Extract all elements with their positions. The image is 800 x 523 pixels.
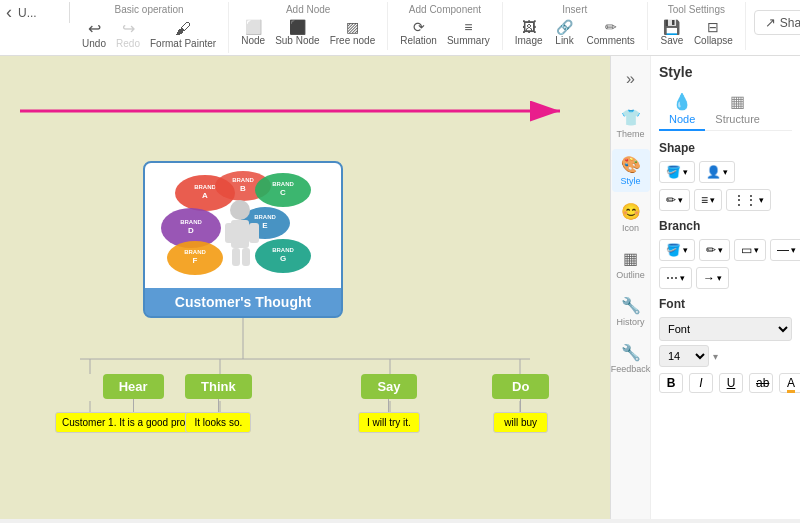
svg-rect-35 [225,223,235,243]
shape-person-button[interactable]: 👤 ▾ [699,161,735,183]
branch-line-button[interactable]: ✏ ▾ [699,239,730,261]
branch-rect-button[interactable]: ▭ ▾ [734,239,766,261]
add-node-items: ⬜ Node ⬛ Sub Node ▨ Free node [237,17,379,48]
insert-items: 🖼 Image 🔗 Link ✏ Comments [511,17,639,48]
font-size-select[interactable]: 14 [659,345,709,367]
image-button[interactable]: 🖼 Image [511,17,547,48]
do-label[interactable]: Do [492,374,549,399]
font-select[interactable]: Font [659,317,792,341]
italic-button[interactable]: I [689,373,713,393]
sidebar-item-icon[interactable]: 😊 Icon [612,196,650,239]
right-panel: » 👕 Theme 🎨 Style 😊 Icon ▦ Outline 🔧 His… [610,56,800,519]
underline-button[interactable]: U [719,373,743,393]
hear-connector [133,399,134,412]
svg-text:BRAND: BRAND [180,219,202,225]
say-child[interactable]: I will try it. [358,412,420,433]
branch-dash-dropdown: ▾ [791,245,796,255]
summary-icon: ≡ [464,19,472,35]
branch-say: Say I will try it. [358,374,420,433]
strikethrough-button[interactable]: ab [749,373,773,393]
branch-rect-dropdown: ▾ [754,245,759,255]
style-icon: 🎨 [621,155,641,174]
svg-text:BRAND: BRAND [184,249,206,255]
branch-dot-button[interactable]: ⋯ ▾ [659,267,692,289]
svg-rect-38 [242,248,250,266]
do-child[interactable]: will buy [493,412,548,433]
branch-dash-button[interactable]: — ▾ [770,239,800,261]
svg-text:BRAND: BRAND [194,184,216,190]
think-label[interactable]: Think [185,374,252,399]
branch-arrow-button[interactable]: → ▾ [696,267,729,289]
shape-fill-button[interactable]: 🪣 ▾ [659,161,695,183]
branch-fill-icon: 🪣 [666,243,681,257]
comments-icon: ✏ [605,19,617,35]
hear-label[interactable]: Hear [103,374,164,399]
branch-dash-icon: — [777,243,789,257]
sidebar-item-theme[interactable]: 👕 Theme [612,102,650,145]
save-label: Save [660,35,683,46]
canvas[interactable]: BRAND A BRAND B BRAND C BRAND D BRAND E [0,56,610,519]
branch-do: Do will buy [492,374,549,433]
comments-button[interactable]: ✏ Comments [583,17,639,48]
free-node-button[interactable]: ▨ Free node [326,17,380,48]
nav-title: U... [18,6,37,20]
shape-line-button[interactable]: ✏ ▾ [659,189,690,211]
branch-fill-dropdown: ▾ [683,245,688,255]
color-button[interactable]: A [779,373,800,393]
sidebar-item-history[interactable]: 🔧 History [612,290,650,333]
tab-bar: 💧 Node ▦ Structure [659,88,792,131]
sidebar-item-style[interactable]: 🎨 Style [612,149,650,192]
think-child[interactable]: It looks so. [185,412,251,433]
redo-label: Redo [116,38,140,49]
sidebar-item-outline[interactable]: ▦ Outline [612,243,650,286]
link-button[interactable]: 🔗 Link [549,17,581,48]
collapse-icon: ⊟ [707,19,719,35]
icon-label: Icon [622,223,639,233]
branch-dot-dropdown: ▾ [680,273,685,283]
add-component-items: ⟳ Relation ≡ Summary [396,17,494,48]
panel-collapse-button[interactable]: » [612,64,650,94]
history-label: History [616,317,644,327]
font-style-row: B I U ab A [659,373,792,393]
format-painter-button[interactable]: 🖌 Format Painter [146,18,220,51]
image-label: Image [515,35,543,46]
tab-node[interactable]: 💧 Node [659,88,705,131]
node-tab-label: Node [669,113,695,125]
style-label: Style [620,176,640,186]
bold-button[interactable]: B [659,373,683,393]
svg-text:B: B [240,184,246,193]
save-button[interactable]: 💾 Save [656,17,688,48]
shape-grid-button[interactable]: ⋮⋮ ▾ [726,189,771,211]
share-button[interactable]: ↗ Share [754,10,800,35]
shape-align-button[interactable]: ≡ ▾ [694,189,722,211]
node-button[interactable]: ⬜ Node [237,17,269,48]
free-node-icon: ▨ [346,19,359,35]
svg-point-33 [230,200,250,220]
undo-button[interactable]: ↩ Undo [78,17,110,51]
svg-text:BRAND: BRAND [272,181,294,187]
say-label[interactable]: Say [361,374,416,399]
central-node[interactable]: BRAND A BRAND B BRAND C BRAND D BRAND E [143,161,343,318]
free-node-label: Free node [330,35,376,46]
basic-operation-group: Basic operation ↩ Undo ↪ Redo 🖌 Format P… [70,2,229,53]
tab-structure[interactable]: ▦ Structure [705,88,770,130]
comments-label: Comments [587,35,635,46]
font-size-chevron: ▾ [713,351,718,362]
basic-operation-items: ↩ Undo ↪ Redo 🖌 Format Painter [78,17,220,51]
branch-fill-button[interactable]: 🪣 ▾ [659,239,695,261]
theme-label: Theme [616,129,644,139]
collapse-button[interactable]: ⊟ Collapse [690,17,737,48]
svg-text:F: F [193,256,198,265]
relation-button[interactable]: ⟳ Relation [396,17,441,48]
sidebar-item-feedback[interactable]: 🔧 Feedback [612,337,650,380]
sub-node-button[interactable]: ⬛ Sub Node [271,17,323,48]
back-button[interactable]: ‹ [6,2,12,23]
redo-button[interactable]: ↪ Redo [112,17,144,51]
branch-rect-icon: ▭ [741,243,752,257]
summary-button[interactable]: ≡ Summary [443,17,494,48]
branch-line-icon: ✏ [706,243,716,257]
redo-icon: ↪ [122,19,135,38]
svg-text:BRAND: BRAND [232,177,254,183]
emoji-icon: 😊 [621,202,641,221]
align-icon: ≡ [701,193,708,207]
